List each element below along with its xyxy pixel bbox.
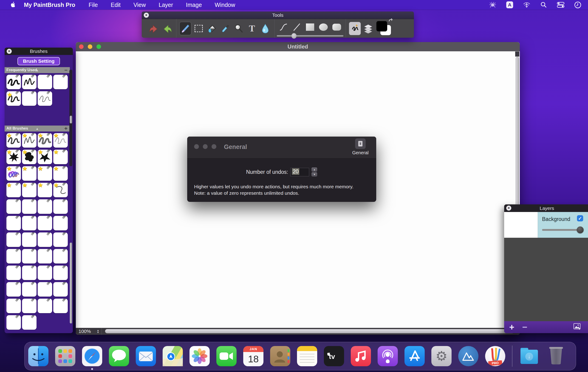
brush-tile-spray-heavy[interactable] — [6, 199, 21, 214]
add-image-layer-button[interactable] — [574, 323, 581, 331]
brush-setting-button[interactable]: Brush Setting — [17, 57, 60, 65]
tool-undo-arrow[interactable] — [148, 22, 160, 35]
preferences-titlebar[interactable]: General General — [187, 137, 376, 159]
layers-panel-titlebar[interactable]: × Layers — [504, 204, 588, 212]
tool-curve-line[interactable] — [277, 21, 289, 34]
section-header-all-brushes[interactable]: All Brushes ▲ + — [5, 126, 70, 131]
dock-item-notes[interactable] — [297, 346, 317, 366]
dock-item-contacts[interactable] — [270, 346, 290, 366]
menu-item-file[interactable]: File — [89, 2, 98, 8]
brush-tile-airbrush-faint[interactable] — [53, 216, 68, 230]
close-icon[interactable]: × — [506, 206, 511, 211]
layer-thumbnail[interactable] — [504, 212, 538, 238]
remove-brush-icon[interactable]: − — [64, 68, 68, 72]
layer-row[interactable]: Background✓ — [504, 212, 588, 238]
brushes-panel-titlebar[interactable]: × Brushes — [5, 48, 73, 55]
tool-color-swatch[interactable] — [376, 21, 393, 36]
minimize-window-button[interactable] — [88, 44, 92, 49]
brush-tile-gray-spot-soft[interactable] — [22, 315, 37, 330]
brushes-scrollbar[interactable] — [69, 70, 72, 166]
tool-ellipse[interactable] — [317, 21, 329, 34]
brush-tile-blue-soft-2[interactable] — [22, 249, 37, 263]
menu-item-window[interactable]: Window — [215, 2, 235, 8]
add-brush-icon[interactable]: + — [64, 126, 68, 131]
brush-tile-brush-black-scribble[interactable] — [6, 75, 21, 89]
foreground-color-swatch[interactable] — [376, 21, 387, 32]
brush-tile-gray-spot[interactable] — [38, 299, 52, 313]
dock-item-app-cleaner[interactable] — [458, 346, 478, 366]
brush-tile-charcoal-soft[interactable]: ★ — [38, 133, 52, 148]
tool-rectangle[interactable] — [304, 21, 316, 34]
minimize-window-button[interactable] — [203, 144, 208, 149]
brush-tile-airbrush-soft[interactable] — [22, 216, 37, 230]
dock-item-trash[interactable] — [546, 346, 566, 366]
brush-tile-spray-light[interactable] — [38, 199, 52, 214]
brush-tile-charcoal-line[interactable]: ★ — [53, 183, 68, 197]
tool-water-drop[interactable] — [259, 22, 271, 35]
tool-straight-line[interactable] — [291, 21, 303, 34]
menu-item-image[interactable]: Image — [186, 2, 202, 8]
dock-item-podcasts[interactable] — [378, 346, 398, 366]
zoom-window-button[interactable] — [211, 144, 216, 149]
dock-item-music[interactable] — [351, 346, 371, 366]
undos-stepper[interactable]: ▲▼ — [311, 167, 317, 176]
brush-tile-soft-tip[interactable] — [53, 232, 68, 247]
dock-item-facetime[interactable] — [216, 346, 237, 366]
dock-item-calendar[interactable]: JAN18 — [243, 346, 263, 366]
scrollbar-thumb[interactable] — [70, 242, 72, 324]
brush-tile-gray-mist[interactable]: ★ — [53, 150, 68, 164]
dock-item-apple-tv[interactable]: tv — [324, 346, 344, 366]
apple-menu-icon[interactable] — [10, 1, 16, 8]
dock-item-launchpad[interactable] — [55, 346, 75, 366]
dock-item-system-preferences[interactable]: ⚙ — [431, 346, 452, 366]
brush-tile-star-scribble[interactable]: ★ — [6, 91, 21, 106]
undos-input[interactable]: 20 — [290, 168, 309, 176]
spotlight-search-icon[interactable] — [540, 1, 547, 9]
zoom-stepper[interactable]: ▲▼ — [97, 329, 99, 333]
close-icon[interactable]: × — [7, 49, 12, 54]
tools-palette-titlebar[interactable]: × Tools — [142, 11, 414, 19]
input-source-icon[interactable]: A — [506, 1, 514, 9]
dock-item-safari[interactable] — [82, 346, 102, 366]
brush-tile-airbrush-dots[interactable] — [22, 232, 37, 247]
dock-item-messages[interactable] — [109, 346, 129, 366]
brush-tile-pencil-shading[interactable] — [38, 75, 52, 89]
layer-opacity-slider[interactable] — [542, 229, 580, 231]
dock-item-finder[interactable] — [28, 346, 48, 366]
dock-item-my-paintbrush-pro[interactable]: PRO — [485, 346, 505, 366]
slider-knob[interactable] — [577, 227, 584, 233]
brush-tile-spray-fine[interactable] — [53, 199, 68, 214]
brush-tile-eraser-marks[interactable] — [53, 75, 68, 89]
brush-tile-gray-vertical[interactable] — [38, 265, 52, 280]
tool-layers-panel-toggle[interactable] — [362, 22, 374, 35]
add-layer-button[interactable]: + — [509, 323, 514, 331]
brush-tile-pen-black-scribble[interactable] — [22, 75, 37, 89]
brush-size-slider[interactable] — [277, 35, 343, 37]
brush-tile-airbrush-strokes[interactable] — [38, 216, 52, 230]
close-window-button[interactable] — [79, 44, 84, 49]
menu-item-layer[interactable]: Layer — [159, 2, 173, 8]
brush-tile-white-smudge-dark[interactable] — [38, 249, 52, 263]
brush-tile-airbrush-white[interactable] — [38, 232, 52, 247]
brush-tile-blue-vertical-2[interactable] — [22, 299, 37, 313]
brush-tile-pen-thin-line[interactable] — [38, 91, 52, 106]
dock-item-downloads[interactable]: ↓ — [519, 346, 539, 366]
dock-item-app-store[interactable] — [404, 346, 425, 366]
brush-tile-charcoal-zigzag[interactable]: ★ — [22, 133, 37, 148]
section-header-frequently-used[interactable]: Frequently Used ▲ − — [5, 67, 70, 73]
brush-tile-ink-splat-3[interactable]: ★ — [38, 150, 52, 164]
brush-tile-white-speckle[interactable]: ★ — [6, 183, 21, 197]
horizontal-scrollbar[interactable] — [102, 328, 520, 335]
tool-paint-bucket[interactable] — [206, 22, 218, 35]
brush-tile-soft-airbrush[interactable] — [22, 91, 37, 106]
tool-marquee-select[interactable] — [193, 22, 205, 35]
brush-tile-gray-texture-stroke[interactable] — [53, 265, 68, 280]
collapse-triangle-icon[interactable]: ▲ — [36, 68, 39, 72]
brush-tile-rainbow-loops[interactable]: ★ — [6, 166, 21, 181]
brush-tile-red-glow[interactable]: ★ — [53, 166, 68, 181]
brush-tile-blue-vertical[interactable] — [6, 299, 21, 313]
dock-item-photos[interactable] — [189, 346, 210, 366]
brush-tile-spray-medium[interactable] — [22, 199, 37, 214]
dock-item-mail[interactable] — [136, 346, 156, 366]
brush-tile-grass[interactable]: ★ — [22, 166, 37, 181]
